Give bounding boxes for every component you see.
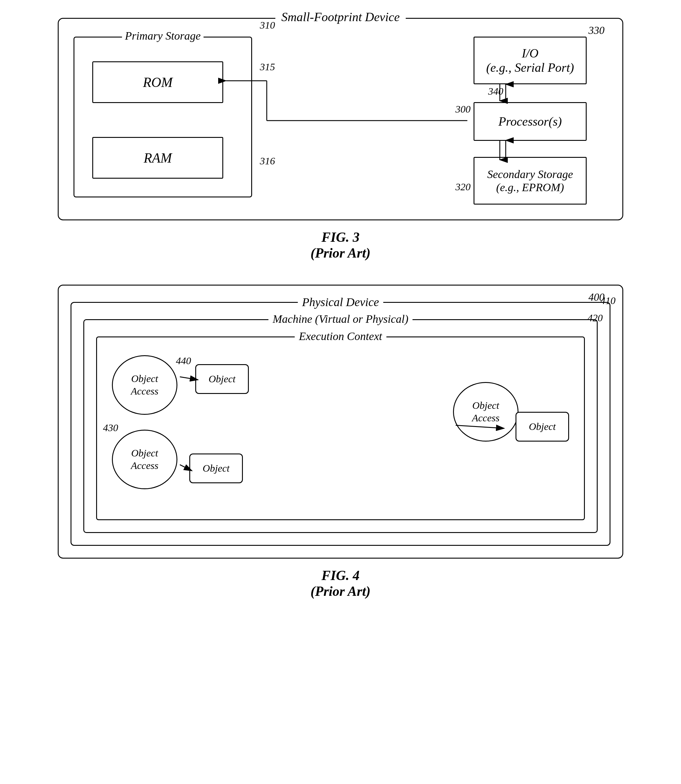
label-315: 315: [260, 61, 275, 73]
rom-label: ROM: [143, 75, 173, 90]
object-access-oval-3: Object Access: [453, 382, 518, 441]
label-300: 300: [455, 104, 470, 115]
primary-storage-label: Primary Storage: [122, 29, 204, 42]
fig4-prior-art: (Prior Art): [58, 583, 623, 599]
fig4-diagram: 400 Physical Device 410 Machine (Virtual…: [58, 285, 623, 559]
secondary-storage-box: Secondary Storage (e.g., EPROM): [474, 157, 587, 205]
oa2-line2: Access: [131, 459, 158, 472]
physical-device-box: Physical Device 410 Machine (Virtual or …: [71, 302, 610, 546]
secondary-label-line1: Secondary Storage: [487, 168, 573, 181]
exec-context-box: Execution Context Object Access Object A…: [96, 336, 585, 520]
oa2-line1: Object: [131, 447, 158, 460]
obj3-label: Object: [529, 421, 556, 432]
machine-label: Machine (Virtual or Physical): [268, 313, 413, 325]
label-440: 440: [176, 355, 191, 367]
label-316: 316: [260, 156, 275, 167]
io-label-line2: (e.g., Serial Port): [486, 60, 574, 75]
oa3-line2: Access: [472, 412, 500, 425]
object-access-oval-2: Object Access: [112, 430, 177, 489]
label-310: 310: [260, 20, 275, 31]
fig3-title: Small-Footprint Device: [275, 10, 406, 24]
primary-storage-box: Primary Storage 310 315 316 ROM RAM: [73, 37, 252, 197]
physical-device-label: Physical Device: [298, 295, 383, 309]
fig3-prior-art: (Prior Art): [58, 245, 623, 261]
exec-context-label: Execution Context: [295, 330, 386, 343]
label-410: 410: [600, 295, 616, 306]
fig3-diagram: Small-Footprint Device 330 Primary Stora…: [58, 18, 623, 221]
fig3-caption: FIG. 3 (Prior Art): [58, 229, 623, 261]
fig4-container: 400 Physical Device 410 Machine (Virtual…: [58, 285, 623, 599]
obj2-label: Object: [203, 463, 230, 474]
ram-label: RAM: [144, 150, 172, 166]
fig4-caption: FIG. 4 (Prior Art): [58, 568, 623, 599]
oa1-line1: Object: [131, 373, 158, 385]
label-340: 340: [488, 86, 503, 97]
label-320: 320: [455, 181, 470, 193]
processor-box: Processor(s): [474, 102, 587, 141]
object-access-oval-1: Object Access: [112, 355, 177, 415]
processor-label: Processor(s): [498, 114, 562, 129]
oa1-line2: Access: [131, 385, 158, 398]
object-box-3: Object: [516, 412, 569, 441]
fig3-container: Small-Footprint Device 330 Primary Stora…: [58, 18, 623, 261]
io-box: I/O (e.g., Serial Port): [474, 37, 587, 84]
machine-box: Machine (Virtual or Physical) 420 Execut…: [83, 319, 598, 533]
io-label-line1: I/O: [522, 46, 538, 60]
oa3-line1: Object: [472, 399, 499, 412]
obj1-label: Object: [209, 373, 236, 385]
label-430: 430: [103, 422, 118, 433]
object-box-2: Object: [189, 454, 243, 483]
ram-box: RAM: [92, 137, 223, 179]
fig3-caption-num: FIG. 3: [58, 229, 623, 245]
fig4-caption-num: FIG. 4: [58, 568, 623, 583]
label-330: 330: [588, 24, 605, 37]
object-box-1: Object: [195, 364, 249, 394]
label-420: 420: [588, 313, 603, 324]
secondary-label-line2: (e.g., EPROM): [496, 181, 564, 194]
rom-box: ROM: [92, 61, 223, 103]
